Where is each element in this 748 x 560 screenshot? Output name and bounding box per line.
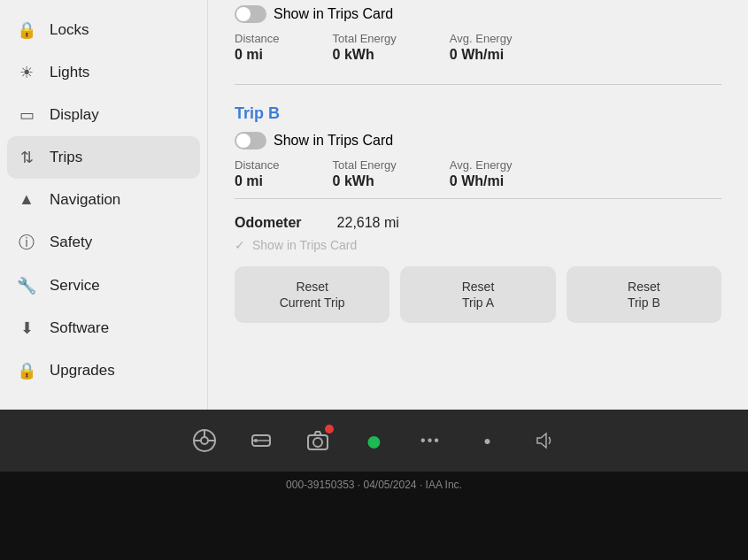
sidebar-item-service[interactable]: 🔧 Service [0,265,207,307]
sidebar-item-trips[interactable]: ⇅ Trips [7,136,200,179]
stat-distance-b: Distance 0 mi [235,158,280,189]
odometer-row: Odometer 22,618 mi [235,199,721,238]
sidebar-label-software: Software [50,319,109,337]
sidebar: 🔒 Locks ☀ Lights ▭ Display ⇅ Trips ▲ Nav… [0,0,208,433]
show-trips-toggle-top[interactable] [235,5,266,23]
stat-avg-energy-b: Avg. Energy 0 Wh/mi [450,158,513,189]
sidebar-label-display: Display [50,106,99,124]
distance-label-b: Distance [235,158,280,172]
sidebar-label-upgrades: Upgrades [50,362,115,380]
camera-badge [325,425,334,433]
sidebar-item-navigation[interactable]: ▲ Navigation [0,179,207,220]
service-icon: 🔧 [16,276,37,295]
spotify-icon[interactable]: ● [355,421,394,460]
main-screen: 🔒 Locks ☀ Lights ▭ Display ⇅ Trips ▲ Nav… [0,0,748,433]
volume-icon[interactable] [525,421,564,460]
lock-icon: 🔒 [16,20,37,40]
active-dot-icon[interactable]: ● [468,421,507,460]
divider-1 [235,84,721,85]
show-trips-row-top: Show in Trips Card [235,5,721,23]
sidebar-label-lights: Lights [50,64,89,81]
show-trips-label-top: Show in Trips Card [274,6,393,22]
stat-distance-top: Distance 0 mi [235,32,280,63]
svg-point-1 [201,437,208,444]
total-energy-value-top: 0 kWh [333,47,397,63]
more-options-icon[interactable]: ••• [412,421,451,460]
stat-total-energy-b: Total Energy 0 kWh [333,158,397,189]
show-trips-toggle-b[interactable] [235,132,266,150]
distance-value-top: 0 mi [235,47,280,63]
show-trips-odometer: ✓ Show in Trips Card [235,238,721,252]
sidebar-label-safety: Safety [50,234,92,251]
odometer-label: Odometer [235,215,302,231]
toggle-knob-b [236,134,251,148]
trips-icon: ⇅ [16,148,37,167]
show-trips-row-b: Show in Trips Card [235,132,721,150]
stats-row-top: Distance 0 mi Total Energy 0 kWh Avg. En… [235,32,721,63]
content-area: Show in Trips Card Distance 0 mi Total E… [208,0,748,433]
avg-energy-value-b: 0 Wh/mi [450,173,513,189]
total-energy-value-b: 0 kWh [333,173,397,189]
sidebar-label-navigation: Navigation [50,191,120,209]
sidebar-item-safety[interactable]: ⓘ Safety [0,220,207,265]
reset-buttons-row: ResetCurrent Trip ResetTrip A ResetTrip … [235,266,721,323]
sidebar-item-lights[interactable]: ☀ Lights [0,51,207,94]
navigation-icon: ▲ [16,190,37,209]
odometer-value: 22,618 mi [337,215,399,231]
stat-avg-energy-top: Avg. Energy 0 Wh/mi [450,32,513,63]
taskbar: ● ••• ● [0,410,748,472]
upgrades-icon: 🔒 [16,361,37,380]
avg-energy-label-top: Avg. Energy [450,32,513,45]
display-icon: ▭ [16,105,37,125]
reset-trip-a-button[interactable]: ResetTrip A [400,266,555,323]
auction-info: 000-39150353 · 04/05/2024 · IAA Inc. [286,479,462,491]
stats-row-b: Distance 0 mi Total Energy 0 kWh Avg. En… [235,158,721,189]
sidebar-label-service: Service [50,277,100,295]
trip-b-title: Trip B [235,104,721,123]
software-icon: ⬇ [16,318,37,338]
climate-icon[interactable] [242,421,281,460]
svg-point-9 [313,438,322,447]
lights-icon: ☀ [16,63,37,82]
check-icon: ✓ [235,238,245,252]
distance-label-top: Distance [235,32,280,45]
distance-value-b: 0 mi [235,173,280,189]
sidebar-label-locks: Locks [50,21,89,39]
stat-total-energy-top: Total Energy 0 kWh [333,32,397,63]
total-energy-label-top: Total Energy [333,32,397,45]
show-trips-text-odometer: Show in Trips Card [252,238,357,252]
top-section: Show in Trips Card Distance 0 mi Total E… [235,0,721,73]
toggle-knob [236,7,251,21]
sidebar-label-trips: Trips [50,149,82,166]
avg-energy-label-b: Avg. Energy [450,158,513,172]
steering-wheel-icon[interactable] [185,421,224,460]
safety-icon: ⓘ [16,232,37,253]
trip-b-section: Trip B Show in Trips Card Distance 0 mi … [235,96,721,199]
sidebar-item-display[interactable]: ▭ Display [0,94,207,136]
avg-energy-value-top: 0 Wh/mi [450,47,513,63]
svg-point-7 [254,439,258,442]
footer-dark [0,498,748,560]
show-trips-label-b: Show in Trips Card [274,133,393,149]
camera-icon[interactable] [298,421,337,460]
sidebar-item-upgrades[interactable]: 🔒 Upgrades [0,349,207,392]
bottom-info-bar: 000-39150353 · 04/05/2024 · IAA Inc. [0,472,748,498]
total-energy-label-b: Total Energy [333,158,397,172]
reset-current-trip-button[interactable]: ResetCurrent Trip [235,266,389,323]
reset-trip-b-button[interactable]: ResetTrip B [567,266,721,323]
sidebar-item-software[interactable]: ⬇ Software [0,307,207,349]
sidebar-item-locks[interactable]: 🔒 Locks [0,9,207,51]
